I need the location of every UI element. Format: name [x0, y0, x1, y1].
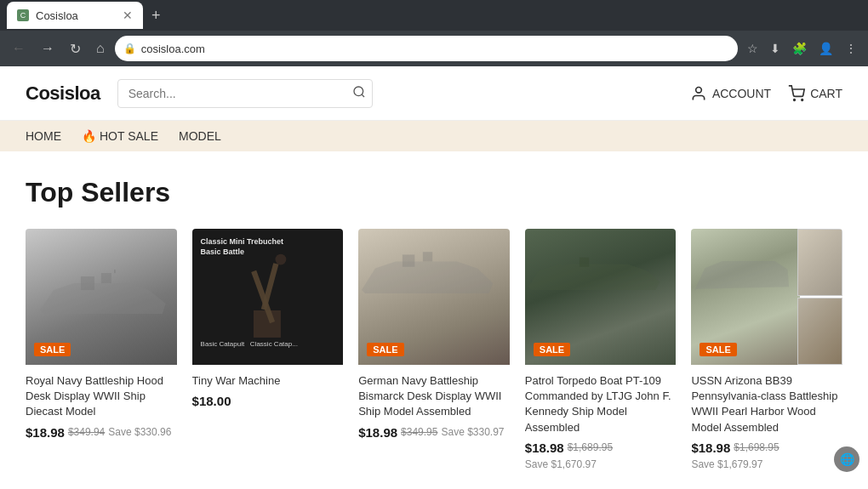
svg-rect-14 — [403, 254, 414, 266]
svg-point-4 — [802, 99, 803, 100]
price-save-bismarck: Save $330.97 — [441, 426, 504, 438]
price-current-hood: $18.98 — [26, 425, 65, 440]
product-price-ussn: $18.98 $1,698.95 Save $1,679.97 — [691, 441, 842, 470]
product-price-bismarck: $18.98 $349.95 Save $330.97 — [358, 425, 510, 440]
section-title: Top Sellers — [26, 177, 842, 208]
site-main: Top Sellers SALE Royal Navy Battleship H… — [0, 151, 868, 489]
product-card-ussn[interactable]: SALE USSN Arizona BB39 Pennsylvania-clas… — [691, 229, 842, 479]
back-button[interactable]: ← — [7, 37, 31, 60]
tab-title: Cosisloa — [36, 9, 78, 22]
price-current-ussn: $18.98 — [691, 441, 730, 455]
thumb-2 — [797, 298, 842, 365]
site-nav: HOME 🔥 HOT SALE MODEL — [0, 121, 868, 151]
scroll-indicator[interactable]: 🌐 — [834, 446, 859, 472]
product-name-pt109: Patrol Torpedo Boat PT-109 Commanded by … — [525, 373, 677, 435]
account-label: ACCOUNT — [712, 87, 771, 100]
product-image-ussn-wrap: SALE — [691, 229, 842, 365]
svg-rect-15 — [423, 252, 432, 261]
product-info-bismarck: German Navy Battleship Bismarck Desk Dis… — [358, 365, 510, 448]
svg-point-0 — [354, 87, 363, 96]
svg-marker-5 — [40, 283, 166, 314]
svg-rect-17 — [580, 258, 589, 267]
cart-link[interactable]: CART — [788, 85, 842, 102]
tab-close-button[interactable]: ✕ — [123, 9, 133, 22]
product-name-bismarck: German Navy Battleship Bismarck Desk Dis… — [358, 373, 510, 420]
product-card-pt109[interactable]: SALE Patrol Torpedo Boat PT-109 Commande… — [525, 229, 677, 479]
menu-button[interactable]: ⋮ — [841, 38, 861, 59]
bookmark-star-button[interactable]: ☆ — [743, 38, 762, 59]
site-container: Cosisloa ACCOUNT CART — [0, 66, 868, 489]
browser-tabs: C Cosisloa ✕ + — [0, 0, 868, 31]
downloads-button[interactable]: ⬇ — [766, 38, 785, 59]
site-header: Cosisloa ACCOUNT CART — [0, 66, 868, 121]
thumb-1 — [797, 229, 842, 296]
profile-button[interactable]: 👤 — [814, 38, 837, 59]
nav-hot-sale[interactable]: 🔥 HOT SALE — [82, 129, 158, 143]
account-link[interactable]: ACCOUNT — [690, 85, 771, 102]
product-name-ussn: USSN Arizona BB39 Pennsylvania-class Bat… — [691, 373, 842, 435]
trebuchet-caption: Basic Catapult Classic Catap... — [201, 340, 298, 348]
product-name-hood: Royal Navy Battleship Hood Desk Display … — [26, 373, 177, 420]
home-button[interactable]: ⌂ — [91, 37, 110, 60]
nav-model[interactable]: MODEL — [179, 129, 221, 143]
product-card-bismarck[interactable]: SALE German Navy Battleship Bismarck Des… — [358, 229, 510, 479]
product-card-hood[interactable]: SALE Royal Navy Battleship Hood Desk Dis… — [26, 229, 177, 479]
price-original-bismarck: $349.95 — [401, 426, 437, 438]
address-bar[interactable]: 🔒 cosisloa.com — [115, 36, 738, 61]
sale-badge-hood: SALE — [34, 343, 71, 356]
forward-button[interactable]: → — [36, 37, 60, 60]
favicon: C — [17, 9, 29, 21]
product-info-trebuchet: Tiny War Machine $18.00 — [192, 365, 344, 417]
product-info-hood: Royal Navy Battleship Hood Desk Display … — [26, 365, 177, 448]
product-info-ussn: USSN Arizona BB39 Pennsylvania-class Bat… — [691, 365, 842, 479]
product-info-pt109: Patrol Torpedo Boat PT-109 Commanded by … — [525, 365, 677, 479]
svg-marker-18 — [695, 261, 790, 291]
svg-marker-16 — [528, 264, 660, 290]
price-current-pt109: $18.98 — [525, 441, 564, 455]
browser-action-buttons: ☆ ⬇ 🧩 👤 ⋮ — [743, 38, 861, 59]
sale-badge-bismarck: SALE — [367, 343, 403, 356]
site-logo[interactable]: Cosisloa — [26, 82, 100, 105]
svg-line-1 — [362, 94, 364, 97]
header-actions: ACCOUNT CART — [690, 85, 842, 102]
product-card-trebuchet[interactable]: Classic Mini TrebuchetBasic Battle Basic… — [192, 229, 344, 479]
browser-toolbar: ← → ↻ ⌂ 🔒 cosisloa.com ☆ ⬇ 🧩 👤 ⋮ — [0, 31, 868, 66]
product-image-trebuchet: Classic Mini TrebuchetBasic Battle Basic… — [192, 229, 344, 365]
search-icon — [352, 85, 366, 99]
product-grid: SALE Royal Navy Battleship Hood Desk Dis… — [26, 229, 842, 479]
cart-icon — [788, 85, 805, 102]
search-button[interactable] — [352, 85, 366, 102]
product-thumbs-ussn — [797, 229, 842, 365]
nav-home[interactable]: HOME — [26, 129, 61, 143]
security-icon: 🔒 — [123, 43, 136, 54]
trebuchet-text-overlay: Classic Mini TrebuchetBasic Battle — [201, 237, 284, 257]
product-price-hood: $18.98 $349.94 Save $330.96 — [26, 425, 177, 440]
new-tab-button[interactable]: + — [146, 7, 166, 25]
sale-badge-ussn: SALE — [700, 343, 736, 356]
svg-rect-7 — [101, 273, 111, 283]
account-icon — [690, 85, 707, 102]
ship-silhouette-bismarck — [358, 229, 494, 324]
product-image-pt109: SALE — [525, 229, 677, 365]
ussn-ship-svg — [691, 229, 789, 324]
price-original-ussn: $1,698.95 — [734, 441, 779, 453]
svg-point-2 — [696, 87, 702, 93]
price-save-ussn: Save $1,679.97 — [691, 458, 762, 470]
active-tab[interactable]: C Cosisloa ✕ — [7, 2, 143, 29]
reload-button[interactable]: ↻ — [65, 37, 86, 60]
price-original-pt109: $1,689.95 — [568, 441, 613, 453]
product-price-trebuchet: $18.00 — [192, 394, 344, 408]
extensions-button[interactable]: 🧩 — [788, 38, 811, 59]
sale-badge-pt109: SALE — [534, 343, 570, 356]
search-input[interactable] — [117, 79, 373, 108]
search-bar-container — [117, 79, 373, 108]
url-text: cosisloa.com — [141, 43, 729, 55]
svg-marker-13 — [362, 261, 493, 293]
ship-silhouette-pt109 — [525, 229, 661, 324]
product-image-bismarck: SALE — [358, 229, 510, 365]
product-name-trebuchet: Tiny War Machine — [192, 373, 344, 389]
price-save-hood: Save $330.96 — [108, 426, 171, 438]
price-original-hood: $349.94 — [68, 426, 105, 438]
svg-rect-6 — [81, 276, 94, 290]
cart-label: CART — [810, 87, 842, 100]
